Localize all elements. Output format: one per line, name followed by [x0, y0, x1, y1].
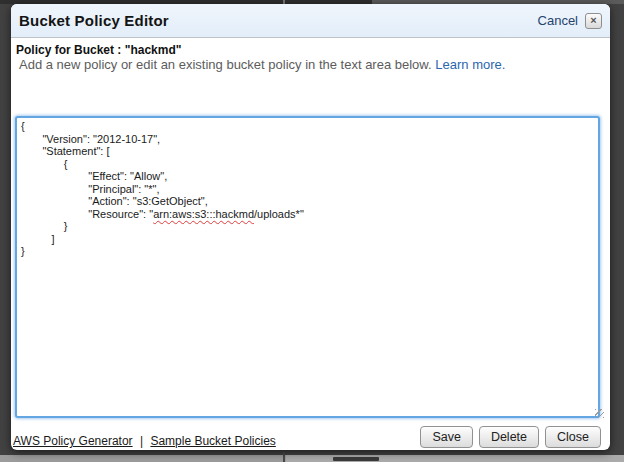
resize-handle-icon[interactable] [595, 409, 604, 418]
footer-links: AWS Policy Generator | Sample Bucket Pol… [13, 434, 276, 448]
backdrop-divider-bottom [283, 452, 285, 462]
sample-bucket-policies-link[interactable]: Sample Bucket Policies [150, 434, 275, 448]
policy-for-bucket-label: Policy for Bucket : "hackmd" [16, 43, 181, 57]
backdrop-text-fragment [333, 457, 379, 461]
dialog-title: Bucket Policy Editor [19, 12, 169, 29]
learn-more-link[interactable]: Learn more. [435, 57, 505, 72]
cancel-link[interactable]: Cancel [538, 13, 578, 28]
footer-buttons: Save Delete Close [420, 426, 601, 448]
bucket-policy-editor-dialog: Bucket Policy Editor Cancel × Policy for… [11, 4, 610, 450]
dialog-header: Bucket Policy Editor Cancel × [11, 4, 610, 38]
header-actions: Cancel × [538, 13, 602, 29]
link-separator: | [140, 434, 143, 448]
dialog-description: Add a new policy or edit an existing buc… [19, 57, 505, 72]
delete-button[interactable]: Delete [479, 426, 539, 448]
x-icon: × [590, 15, 596, 26]
policy-textarea[interactable]: { "Version": "2012-10-17", "Statement": … [15, 116, 600, 418]
close-button[interactable]: × [585, 13, 602, 29]
save-button[interactable]: Save [420, 426, 473, 448]
close-button-footer[interactable]: Close [545, 426, 601, 448]
aws-policy-generator-link[interactable]: AWS Policy Generator [13, 434, 133, 448]
description-text: Add a new policy or edit an existing buc… [19, 57, 432, 72]
